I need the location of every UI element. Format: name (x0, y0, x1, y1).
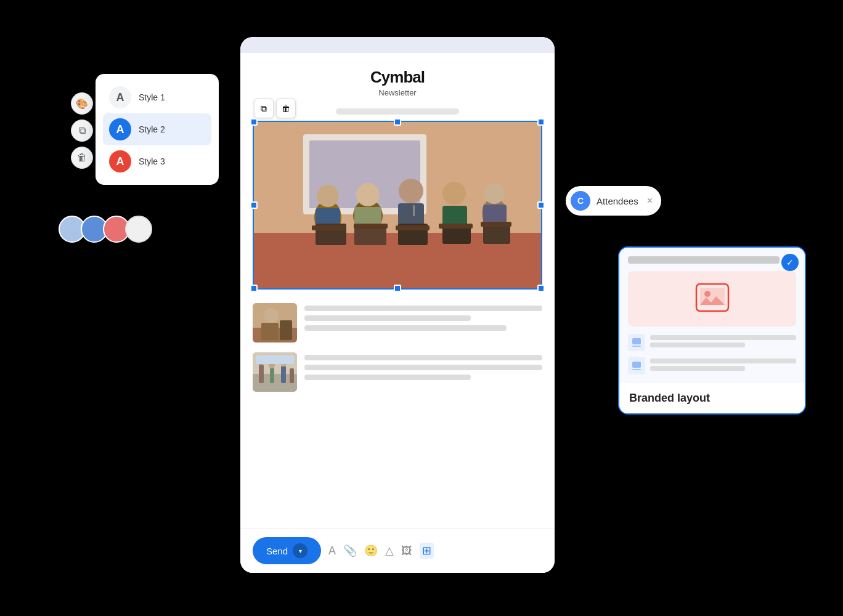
brand-title: Cymbal (253, 68, 542, 87)
style-3-label: Style 3 (139, 156, 165, 166)
avatar-letter: C (577, 196, 584, 206)
image-insert-icon[interactable]: 🖼 (401, 545, 412, 557)
style-1-label: Style 1 (139, 92, 165, 102)
svg-rect-42 (290, 368, 294, 383)
branded-header-bar (628, 256, 780, 264)
emoji-icon[interactable]: 🙂 (364, 544, 378, 557)
style-2-label: Style 2 (139, 124, 165, 134)
style-item-2[interactable]: A Style 2 (103, 113, 211, 145)
handle-bottom-center[interactable] (394, 285, 401, 292)
triangle-icon[interactable]: △ (385, 544, 394, 557)
branded-card-footer: Branded layout (619, 383, 805, 413)
content-lines-1 (304, 303, 542, 335)
svg-point-16 (442, 182, 466, 205)
email-composer-card: Cymbal Newsletter ⧉ 🗑 (240, 37, 555, 573)
branded-row-lines-1 (650, 335, 796, 350)
svg-point-46 (704, 291, 711, 297)
svg-rect-40 (281, 366, 286, 383)
left-toolbar: 🎨 ⧉ 🗑 (71, 92, 93, 169)
image-delete-button[interactable]: 🗑 (276, 99, 296, 118)
main-scene: Cymbal Newsletter ⧉ 🗑 (0, 0, 843, 616)
svg-rect-25 (396, 225, 430, 230)
svg-rect-32 (261, 323, 279, 340)
branded-row-icon-2 (628, 357, 645, 375)
handle-top-right[interactable] (537, 118, 545, 126)
thumb-2 (253, 352, 297, 392)
delete-icon: 🗑 (77, 152, 87, 163)
svg-rect-47 (632, 338, 641, 344)
svg-rect-50 (632, 369, 641, 370)
line (650, 359, 796, 363)
attendees-chip[interactable]: C Attendees × (566, 186, 661, 216)
line (650, 366, 745, 371)
branded-row-1 (628, 334, 796, 351)
send-button[interactable]: Send ▾ (253, 537, 321, 564)
copy-icon: ⧉ (79, 125, 86, 136)
image-copy-button[interactable]: ⧉ (254, 99, 274, 118)
handle-bottom-left[interactable] (250, 285, 258, 292)
email-content-rows (240, 296, 555, 392)
svg-rect-33 (280, 320, 292, 340)
handle-mid-right[interactable] (537, 201, 545, 209)
send-chevron[interactable]: ▾ (293, 543, 307, 558)
svg-rect-27 (481, 222, 511, 227)
image-placeholder-icon (695, 283, 730, 315)
color-swatches (59, 216, 152, 243)
style-3-icon: A (109, 150, 131, 172)
email-brand-header: Cymbal Newsletter (240, 53, 555, 103)
attendees-label: Attendees (597, 196, 638, 206)
line (304, 375, 471, 380)
svg-rect-48 (632, 346, 641, 347)
palette-button[interactable]: 🎨 (71, 92, 93, 115)
handle-top-center[interactable] (394, 118, 401, 126)
branded-image-area (628, 271, 796, 326)
copy-icon: ⧉ (261, 103, 267, 114)
svg-rect-26 (439, 224, 473, 229)
attachment-icon[interactable]: 📎 (343, 544, 357, 557)
branded-row-icon-1 (628, 334, 645, 351)
palette-icon: 🎨 (76, 98, 88, 110)
format-text-icon[interactable]: A (328, 545, 336, 557)
svg-point-13 (399, 179, 423, 203)
brand-subtitle: Newsletter (253, 88, 542, 97)
svg-rect-43 (256, 355, 294, 364)
line (304, 325, 507, 331)
svg-rect-24 (354, 224, 388, 229)
swatch-white[interactable] (125, 216, 152, 243)
content-lines-2 (304, 352, 542, 384)
branded-layout-label: Branded layout (629, 392, 710, 404)
email-card-header (240, 37, 555, 53)
copy-button[interactable]: ⧉ (71, 120, 93, 142)
handle-mid-left[interactable] (250, 201, 258, 209)
style-2-icon: A (109, 118, 131, 140)
svg-rect-28 (413, 205, 415, 216)
branded-layout-card[interactable]: ✓ (618, 246, 806, 415)
style-item-1[interactable]: A Style 1 (103, 81, 211, 113)
style-item-3[interactable]: A Style 3 (103, 145, 211, 177)
line (650, 335, 796, 340)
email-footer: Send ▾ A 📎 🙂 △ 🖼 ⊞ (240, 528, 555, 573)
attendees-avatar: C (571, 191, 590, 211)
style-1-icon: A (109, 86, 131, 108)
handle-top-left[interactable] (250, 118, 258, 126)
table-icon[interactable]: ⊞ (420, 543, 434, 559)
recipient-bar (253, 108, 542, 115)
image-toolbar: ⧉ 🗑 (254, 99, 296, 118)
branded-check-icon: ✓ (781, 254, 799, 271)
recipient-pill (336, 108, 459, 115)
line (304, 315, 471, 321)
line (650, 342, 745, 347)
thumb-1 (253, 303, 297, 342)
content-row-2 (253, 352, 542, 392)
svg-point-31 (264, 308, 279, 323)
svg-point-20 (484, 183, 505, 204)
attendees-close-button[interactable]: × (647, 195, 653, 206)
line (304, 306, 542, 311)
email-image-block[interactable]: ⧉ 🗑 (253, 121, 542, 290)
svg-rect-49 (632, 362, 641, 368)
branded-row-2 (628, 357, 796, 375)
delete-button[interactable]: 🗑 (71, 147, 93, 169)
svg-point-6 (317, 185, 339, 207)
content-row-1 (253, 303, 542, 342)
handle-bottom-right[interactable] (537, 285, 545, 292)
